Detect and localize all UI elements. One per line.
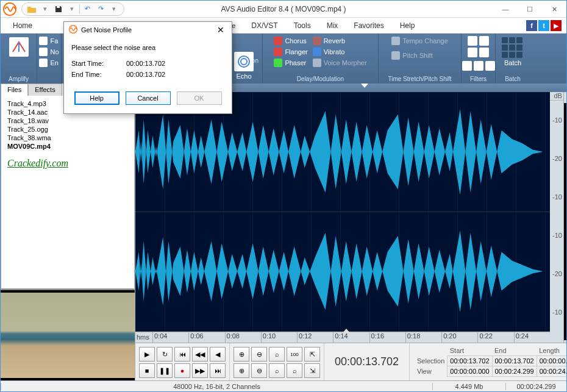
zoom-region-button[interactable]: ⇲	[304, 363, 320, 378]
dropdown-icon[interactable]: ▾	[39, 4, 51, 15]
time-unit: hms	[135, 332, 152, 343]
zoom-100-button[interactable]: 100	[287, 347, 302, 362]
delay-mod-label: Delay/Modulation	[297, 76, 344, 82]
waveform-area: hms 0:04 0:06 0:08 0:10 0:12 0:14 0:16 0…	[135, 84, 567, 380]
transport-bar: ▶ ↻ ⏮ ◀◀ ◀ ■ ❚❚ ● ▶▶ ⏭ ⊕ ⊖ ⌕ 100 ⇱ ⊕ ⊖ ⌕…	[135, 343, 567, 380]
playhead-marker-bottom[interactable]	[343, 329, 350, 333]
timeline[interactable]: hms 0:04 0:06 0:08 0:10 0:12 0:14 0:16 0…	[135, 332, 550, 343]
amplify-button[interactable]	[5, 36, 32, 58]
menu-home[interactable]: Home	[5, 20, 40, 32]
end-time-value: 00:00:13.702	[126, 71, 165, 78]
menu-favorites[interactable]: Favorites	[346, 20, 391, 32]
pause-button[interactable]: ❚❚	[157, 363, 173, 378]
rewind-button[interactable]: ⏮	[174, 347, 190, 362]
pitch-icon	[391, 51, 400, 60]
list-item[interactable]: Track_38.wma	[7, 134, 128, 142]
dialog-message: Please select the noise area	[71, 44, 224, 51]
list-item[interactable]: MOV09C.mp4	[7, 142, 128, 151]
fade-icon	[39, 37, 48, 45]
loop-button[interactable]: ↻	[157, 347, 173, 362]
skip-fwd-button[interactable]: ⏭	[210, 363, 226, 378]
menu-dxvst[interactable]: DX/VST	[244, 20, 285, 32]
playhead-marker-top[interactable]	[361, 84, 368, 88]
batch-group-label: Batch	[505, 76, 521, 82]
close-button[interactable]: ✕	[542, 1, 566, 18]
tab-effects[interactable]: Effects	[28, 84, 62, 96]
zoom-in-v-button[interactable]: ⊕	[234, 363, 249, 378]
minimize-button[interactable]: —	[493, 1, 518, 18]
zoom-in-h-button[interactable]: ⊕	[234, 347, 249, 362]
filter-icon[interactable]	[462, 61, 472, 71]
filter-icon[interactable]	[474, 61, 483, 71]
tempo-icon	[391, 37, 400, 45]
play-button[interactable]: ▶	[139, 347, 155, 362]
prev-button[interactable]: ◀◀	[192, 347, 208, 362]
list-item[interactable]: Track_18.wav	[7, 116, 128, 125]
quick-access-toolbar: ▾ ▾ ↶ ↷ ▾	[21, 2, 124, 16]
amplify-label: Amplify	[9, 76, 29, 82]
fade-button[interactable]: Fa	[38, 36, 60, 46]
menu-help[interactable]: Help	[393, 20, 423, 32]
open-icon[interactable]	[26, 4, 38, 15]
voice-morpher-icon	[313, 59, 321, 67]
maximize-button[interactable]: ☐	[518, 1, 542, 18]
envelope-icon	[39, 59, 48, 67]
echo-icon	[234, 52, 254, 71]
zoom-out-v-button[interactable]: ⊖	[251, 363, 267, 378]
vibrato-icon	[313, 48, 321, 56]
chorus-icon	[274, 37, 282, 45]
zoom-fit-button[interactable]: ⌕	[269, 347, 285, 362]
zoom-sel-button[interactable]: ⇱	[304, 347, 320, 362]
voice-morpher-button: Voice Morpher	[312, 58, 368, 68]
tab-files[interactable]: Files	[1, 84, 28, 96]
zoom-sel-v-button[interactable]: ⌕	[287, 363, 302, 378]
status-format: 48000 Hz, 16-bit, 2 Channels	[1, 383, 432, 390]
normalize-button[interactable]: No	[38, 47, 60, 57]
menu-tools[interactable]: Tools	[287, 20, 318, 32]
reverb-button[interactable]: Reverb	[312, 36, 368, 46]
filters-icons[interactable]	[468, 36, 489, 57]
svg-point-2	[238, 56, 249, 67]
video-preview	[1, 289, 135, 380]
skip-back-button[interactable]: ◀	[210, 347, 226, 362]
chorus-button[interactable]: Chorus	[273, 36, 308, 46]
facebook-icon[interactable]: f	[526, 20, 537, 31]
list-item[interactable]: Track_25.ogg	[7, 125, 128, 134]
batch-button[interactable]: Batch	[498, 36, 527, 68]
pitch-shift-button: Pitch Shift	[390, 51, 449, 60]
next-button[interactable]: ▶▶	[192, 363, 208, 378]
echo-button[interactable]: Echo	[230, 51, 257, 81]
current-time: 00:00:13.702	[324, 343, 410, 380]
dropdown-icon[interactable]: ▾	[66, 4, 78, 15]
stretch-label: Time Stretch/Pitch Shift	[388, 76, 451, 82]
zoom-reset-v-button[interactable]: ⌕	[269, 363, 285, 378]
flanger-button[interactable]: Flanger	[273, 47, 308, 57]
stop-button[interactable]: ■	[139, 363, 155, 378]
filter-icon[interactable]	[485, 61, 495, 71]
dialog-close-button[interactable]: ✕	[215, 25, 227, 35]
svg-point-3	[241, 59, 247, 65]
vibrato-button[interactable]: Vibrato	[312, 47, 368, 57]
preview-frame	[1, 293, 135, 378]
phaser-icon	[274, 59, 282, 67]
file-list: Track_4.mp3 Track_14.aac Track_18.wav Tr…	[1, 96, 135, 289]
status-size: 4.449 Mb	[432, 383, 505, 390]
undo-icon[interactable]: ↶	[81, 4, 93, 15]
save-icon[interactable]	[52, 4, 65, 15]
help-button[interactable]: Help	[74, 91, 119, 105]
cancel-button[interactable]: Cancel	[126, 91, 171, 105]
waveform-channel-right[interactable]	[135, 212, 550, 332]
dialog-title: Get Noise Profile	[81, 26, 132, 34]
title-bar: ▾ ▾ ↶ ↷ ▾ AVS Audio Editor 8.4 ( MOV09C.…	[1, 1, 566, 18]
filters-label: Filters	[470, 76, 487, 82]
phaser-button[interactable]: Phaser	[273, 58, 308, 68]
dropdown-icon[interactable]: ▾	[108, 4, 120, 15]
envelope-button[interactable]: En	[38, 58, 60, 68]
redo-icon[interactable]: ↷	[94, 4, 107, 15]
record-button[interactable]: ●	[174, 363, 190, 378]
twitter-icon[interactable]: t	[538, 20, 549, 31]
zoom-out-h-button[interactable]: ⊖	[251, 347, 267, 362]
menu-mix[interactable]: Mix	[319, 20, 346, 32]
youtube-icon[interactable]: ▶	[551, 20, 562, 31]
status-duration: 00:00:24.299	[505, 383, 566, 390]
